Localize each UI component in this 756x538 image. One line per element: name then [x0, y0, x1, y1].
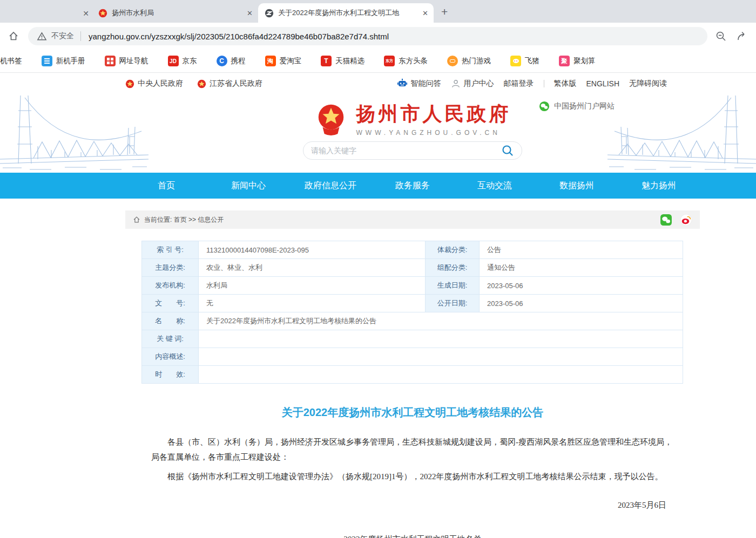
share-icon[interactable] [737, 30, 748, 42]
smart-qa-link[interactable]: 智能问答 [397, 78, 441, 89]
portal-wechat-link[interactable]: 中国扬州门户网站 [539, 101, 615, 112]
tab-title: 关于2022年度扬州市水利工程文明工地 [278, 8, 419, 18]
bookmark-label: 飞猪 [525, 56, 539, 66]
link-label: 邮箱登录 [504, 79, 534, 88]
meta-value-topic: 农业、林业、水利 [199, 259, 426, 277]
meta-label: 文 号: [142, 295, 199, 312]
url-text[interactable]: yangzhou.gov.cn/yzszxxgk/slj/202305/210c… [89, 32, 389, 41]
gov-emblem-favicon [98, 9, 107, 18]
nav-gov-services[interactable]: 政务服务 [372, 173, 454, 199]
nav-data-yangzhou[interactable]: 数据扬州 [536, 173, 618, 199]
bookmark-fliggy[interactable]: 飞猪 [510, 56, 539, 66]
gov-emblem-icon [125, 79, 134, 88]
breadcrumb: 当前位置: 首页 >> 信息公开 [125, 210, 700, 229]
bookmark-ctrip[interactable]: C 携程 [217, 56, 246, 66]
accessibility-link[interactable]: 无障碍阅读 [629, 79, 667, 88]
bookmark-dongfang-toutiao[interactable]: 东方 东方头条 [384, 56, 428, 66]
meta-value-create-date: 2023-05-06 [480, 277, 683, 295]
meta-label: 时 效: [142, 366, 199, 384]
nav-home[interactable]: 首页 [125, 173, 207, 199]
home-icon[interactable] [8, 30, 19, 42]
traditional-chinese-link[interactable]: 繁体版 [554, 79, 577, 88]
nav-gov-info-disclosure[interactable]: 政府信息公开 [289, 173, 372, 199]
bookmarks-bar: 机书签 新机手册 网址导航 JD 京东 C 携程 淘 爱淘宝 T 天猫精选 东方… [0, 50, 756, 73]
meta-value-publisher: 水利局 [199, 277, 426, 295]
link-label: 繁体版 [554, 79, 577, 88]
search-input[interactable] [311, 146, 501, 155]
not-secure-warning-icon [37, 31, 47, 42]
bookmark-jd[interactable]: JD 京东 [168, 56, 197, 66]
bookmark-juhuasuan[interactable]: 聚 聚划算 [559, 56, 596, 66]
weibo-share-icon[interactable] [680, 214, 692, 226]
tmall-icon: T [321, 56, 332, 66]
meta-value-validity [199, 366, 683, 384]
gov-top-bar: 中央人民政府 江苏省人民政府 智能问答 [0, 73, 756, 94]
bookmark-label: 机书签 [0, 56, 22, 66]
link-label: 智能问答 [411, 79, 441, 88]
wechat-share-icon[interactable] [660, 214, 672, 226]
link-label: 江苏省人民政府 [210, 79, 262, 88]
article-title: 关于2022年度扬州市水利工程文明工地考核结果的公告 [125, 405, 700, 420]
site-banner: 扬州市人民政府 WWW.YANGZHOU.GOV.CN 中国扬州门户网站 [0, 94, 756, 173]
site-search[interactable] [303, 141, 522, 160]
user-center-link[interactable]: 用户中心 [451, 79, 494, 88]
search-icon[interactable] [501, 144, 514, 157]
new-tab-button[interactable]: + [441, 6, 448, 17]
address-bar[interactable]: 不安全 yangzhou.gov.cn/yzszxxgk/slj/202305/… [28, 27, 707, 45]
site-url: WWW.YANGZHOU.GOV.CN [356, 129, 511, 137]
bookmark-tmall[interactable]: T 天猫精选 [321, 56, 364, 66]
browser-toolbar: 不安全 yangzhou.gov.cn/yzszxxgk/slj/202305/… [0, 23, 756, 50]
gov-emblem-icon [197, 79, 206, 88]
bookmark-hot-games[interactable]: 热门游戏 [447, 56, 491, 66]
browser-tab-bar: ✕ 扬州市水利局 ✕ 关于2022年度扬州市水利工程文明工地 ✕ + [0, 0, 756, 23]
tab-title: 扬州市水利局 [112, 8, 244, 18]
bookmark-aitaobao[interactable]: 淘 爱淘宝 [265, 56, 302, 66]
meta-label: 发布机构: [142, 277, 199, 295]
meta-value-title: 关于2022年度扬州市水利工程文明工地考核结果的公告 [199, 312, 683, 330]
tab-announcement-active[interactable]: 关于2022年度扬州市水利工程文明工地 ✕ [258, 3, 434, 23]
tab-yangzhou-water-bureau[interactable]: 扬州市水利局 ✕ [92, 3, 258, 23]
link-central-government[interactable]: 中央人民政府 [125, 79, 183, 88]
ctrip-dolphin-icon: C [217, 56, 227, 66]
mail-login-link[interactable]: 邮箱登录 [504, 79, 534, 88]
nav-news-center[interactable]: 新闻中心 [207, 173, 289, 199]
link-label: 无障碍阅读 [629, 79, 667, 88]
bookmark-url-navigation[interactable]: 网址导航 [105, 56, 148, 66]
robot-icon [397, 78, 408, 89]
nav-charm-yangzhou[interactable]: 魅力扬州 [618, 173, 700, 199]
zoom-out-icon[interactable] [715, 30, 727, 42]
meta-value-index-number: 11321000014407098E-2023-095 [199, 241, 426, 259]
national-emblem-icon [314, 102, 348, 135]
tab-close-icon[interactable]: ✕ [247, 9, 253, 17]
meta-label: 组配分类: [426, 259, 480, 277]
portal-label: 中国扬州门户网站 [554, 101, 615, 111]
article-body: 各县（市、区）水利（务）局，扬州经济开发区城乡事务管理局，生态科技新城规划建设局… [151, 435, 674, 484]
bookmark-phone-bookmarks[interactable]: 机书签 [0, 56, 22, 66]
link-jiangsu-government[interactable]: 江苏省人民政府 [197, 79, 262, 88]
english-link[interactable]: ENGLISH [586, 79, 619, 88]
bookmark-label: 京东 [183, 56, 197, 66]
worksite-list-title: 2022年度扬州市水利工程文明工地名单 [125, 534, 700, 538]
table-row: 时 效: [142, 366, 683, 384]
bookmark-label: 东方头条 [399, 56, 428, 66]
bookmark-label: 天猫精选 [335, 56, 364, 66]
bookmark-label: 爱淘宝 [280, 56, 302, 66]
breadcrumb-text[interactable]: 当前位置: 首页 >> 信息公开 [144, 215, 224, 224]
bookmark-new-device-manual[interactable]: 新机手册 [42, 56, 85, 66]
hidden-tab-close-icon[interactable]: ✕ [80, 9, 92, 18]
meta-value-keywords [199, 330, 683, 348]
content-container: 当前位置: 首页 >> 信息公开 索 引 号: 1132100001440709… [125, 210, 700, 538]
wechat-icon [539, 101, 550, 112]
meta-value-doc-number: 无 [199, 295, 426, 312]
table-row: 索 引 号: 11321000014407098E-2023-095 体裁分类:… [142, 241, 683, 259]
nav-interaction[interactable]: 互动交流 [454, 173, 536, 199]
meta-value-summary [199, 348, 683, 366]
table-row: 内容概述: [142, 348, 683, 366]
bookmark-label: 新机手册 [56, 56, 85, 66]
meta-label: 生成日期: [426, 277, 480, 295]
tab-close-icon[interactable]: ✕ [422, 9, 428, 17]
link-label: ENGLISH [586, 79, 619, 88]
security-label[interactable]: 不安全 [51, 31, 74, 41]
meta-value-genre: 公告 [480, 241, 683, 259]
meta-label: 名 称: [142, 312, 199, 330]
